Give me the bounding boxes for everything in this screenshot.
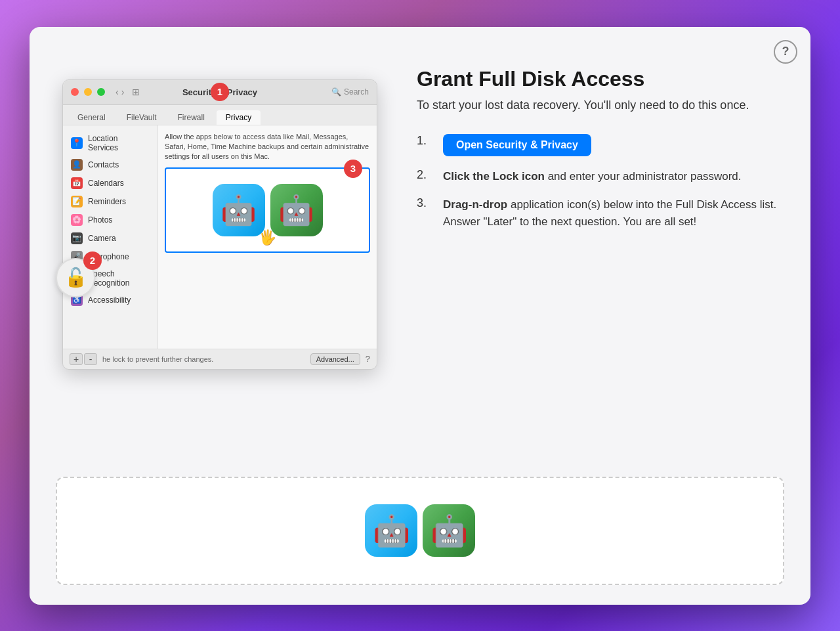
- sidebar-item-reminders[interactable]: 📝 Reminders: [63, 192, 158, 211]
- robot-face-1: 🤖: [220, 190, 257, 230]
- tab-filevault[interactable]: FileVault: [117, 110, 166, 125]
- main-window: ? 1 ‹ ›: [30, 27, 810, 605]
- sidebar-label-photos: Photos: [88, 215, 112, 225]
- drag-icons-container: 🤖 🤖: [365, 504, 475, 557]
- remove-button[interactable]: -: [84, 353, 97, 365]
- sidebar-item-location[interactable]: 📍 Location Services: [63, 131, 158, 156]
- cursor-hand-icon: 🖐: [259, 228, 276, 248]
- search-icon: 🔍: [331, 87, 341, 97]
- photos-icon: 🌸: [71, 214, 83, 226]
- mac-close-btn[interactable]: [71, 88, 79, 96]
- reminders-icon: 📝: [71, 196, 83, 207]
- steps-list: 1. Open Security & Privacy 2. Click the …: [417, 134, 778, 230]
- mac-body: 📍 Location Services 👤 Contacts 📅 Calenda…: [63, 125, 377, 349]
- tab-firewall[interactable]: Firewall: [169, 110, 214, 125]
- mac-sidebar: 📍 Location Services 👤 Contacts 📅 Calenda…: [63, 125, 158, 349]
- mac-window: ‹ › ⊞ Security & Privacy 🔍 Search Genera…: [62, 79, 377, 370]
- tab-privacy[interactable]: Privacy: [217, 110, 261, 125]
- add-button[interactable]: +: [70, 353, 83, 365]
- step-3-number: 3.: [417, 196, 432, 210]
- step-1-content: Open Security & Privacy: [443, 134, 591, 156]
- sidebar-label-location: Location Services: [88, 134, 150, 152]
- sidebar-label-camera: Camera: [88, 234, 116, 243]
- lock-icon: 🔓: [64, 267, 87, 288]
- search-label: Search: [344, 87, 369, 97]
- sidebar-label-speech: Speech Recognition: [88, 269, 150, 288]
- badge-3: 3: [344, 160, 362, 178]
- drag-icon-robot-1: 🤖: [365, 504, 417, 557]
- mac-tabs: General FileVault Firewall Privacy: [63, 105, 377, 125]
- mac-maximize-btn[interactable]: [97, 88, 105, 96]
- left-panel: 1 ‹ › ⊞ Security & Privacy: [56, 53, 384, 464]
- mac-search[interactable]: 🔍 Search: [331, 87, 369, 97]
- tab-general[interactable]: General: [68, 110, 115, 125]
- sidebar-item-camera[interactable]: 📷 Camera: [63, 229, 158, 248]
- grid-icon: ⊞: [132, 87, 140, 97]
- page-subtitle: To start your lost data recovery. You'll…: [417, 97, 778, 114]
- step-2: 2. Click the Lock icon and enter your ad…: [417, 168, 778, 185]
- mac-footer-text: he lock to prevent further changes.: [102, 355, 305, 363]
- calendars-icon: 📅: [71, 177, 83, 189]
- step-3-bold: Drag-n-drop: [443, 198, 507, 211]
- badge-1: 1: [211, 83, 229, 101]
- step-1: 1. Open Security & Privacy: [417, 134, 778, 156]
- step-2-number: 2.: [417, 168, 432, 182]
- sidebar-item-contacts[interactable]: 👤 Contacts: [63, 156, 158, 174]
- badge-2-container: 2 🔓: [56, 258, 95, 297]
- location-icon: 📍: [71, 137, 83, 149]
- back-arrow-icon[interactable]: ‹: [116, 87, 119, 97]
- badge-2: 2: [83, 251, 102, 270]
- app-icon-robot-1: 🤖: [213, 184, 265, 236]
- step-3-content: Drag-n-drop application icon(s) below in…: [443, 196, 778, 230]
- app-icon-robot-2: 🤖: [270, 184, 323, 236]
- right-panel: Grant Full Disk Access To start your los…: [410, 53, 784, 464]
- step-2-content: Click the Lock icon and enter your admin…: [443, 168, 741, 185]
- forward-arrow-icon[interactable]: ›: [121, 87, 125, 97]
- footer-help-icon[interactable]: ?: [366, 354, 370, 364]
- drag-robot-face-2: 🤖: [430, 513, 468, 548]
- mac-nav-arrows: ‹ ›: [116, 87, 124, 97]
- sidebar-label-reminders: Reminders: [88, 197, 126, 206]
- content-area: 1 ‹ › ⊞ Security & Privacy: [56, 53, 784, 464]
- drag-icon-robot-2: 🤖: [423, 504, 475, 557]
- open-security-privacy-button[interactable]: Open Security & Privacy: [443, 134, 591, 156]
- step-2-bold: Click the Lock icon: [443, 170, 545, 183]
- mac-main-content: Allow the apps below to access data like…: [158, 125, 377, 349]
- sidebar-label-contacts: Contacts: [88, 160, 119, 169]
- help-button[interactable]: ?: [774, 40, 797, 64]
- advanced-button[interactable]: Advanced...: [310, 353, 360, 365]
- sidebar-item-photos[interactable]: 🌸 Photos: [63, 211, 158, 229]
- question-mark-icon: ?: [782, 45, 789, 58]
- camera-icon: 📷: [71, 232, 83, 244]
- step-1-number: 1.: [417, 134, 432, 148]
- bottom-drag-area[interactable]: 🤖 🤖: [56, 477, 784, 585]
- mac-minimize-btn[interactable]: [84, 88, 92, 96]
- sidebar-item-calendars[interactable]: 📅 Calendars: [63, 174, 158, 192]
- contacts-icon: 👤: [71, 159, 83, 171]
- robot-face-2: 🤖: [278, 190, 314, 230]
- mac-footer-controls: + -: [70, 353, 97, 365]
- mac-footer: + - he lock to prevent further changes. …: [63, 349, 377, 369]
- page-title: Grant Full Disk Access: [417, 66, 778, 91]
- sidebar-label-calendars: Calendars: [88, 179, 124, 188]
- app-icons-drag-area[interactable]: 3 🤖 🤖 �: [165, 167, 370, 253]
- mac-content-text: Allow the apps below to access data like…: [158, 125, 377, 265]
- step-3: 3. Drag-n-drop application icon(s) below…: [417, 196, 778, 230]
- instructions-header: Grant Full Disk Access To start your los…: [417, 66, 778, 114]
- drag-robot-face-1: 🤖: [373, 513, 410, 548]
